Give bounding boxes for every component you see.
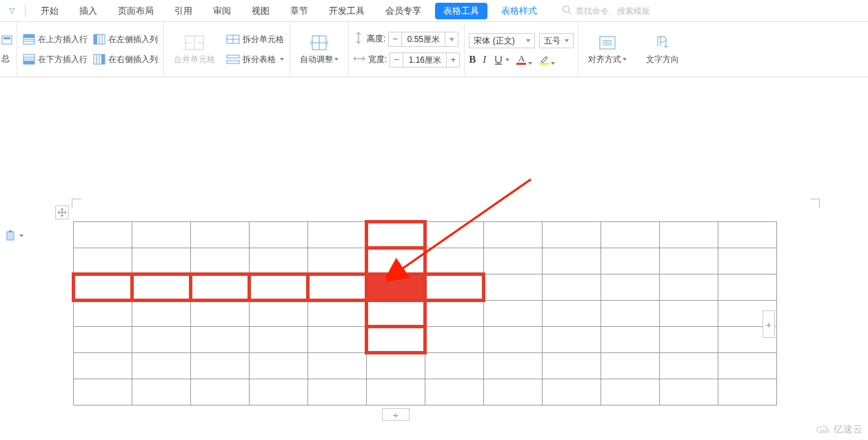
table-cell[interactable] <box>543 248 601 274</box>
table-cell[interactable] <box>425 353 484 379</box>
table-cell[interactable] <box>74 327 132 353</box>
table-cell[interactable] <box>250 353 308 379</box>
table-cell[interactable] <box>250 274 308 301</box>
table-cell[interactable] <box>308 327 367 353</box>
table-cell[interactable] <box>484 327 543 353</box>
table-cell[interactable] <box>132 327 191 353</box>
table-cell[interactable] <box>74 248 132 274</box>
table-cell[interactable] <box>132 353 191 379</box>
table-cell[interactable] <box>132 274 191 301</box>
insert-col-left[interactable]: 在左侧插入列 <box>92 32 159 47</box>
width-field[interactable]: − 1.16厘米 + <box>390 52 460 68</box>
table-cell[interactable] <box>308 379 367 406</box>
table-cell[interactable] <box>543 327 601 353</box>
split-table[interactable]: 拆分表格 <box>225 52 285 67</box>
height-minus[interactable]: − <box>389 32 401 46</box>
table-cell[interactable] <box>191 301 250 327</box>
table-cell[interactable] <box>601 327 660 353</box>
menu-reference[interactable]: 引用 <box>165 0 202 22</box>
highlight-color-button[interactable] <box>539 54 555 65</box>
table-cell[interactable] <box>191 274 250 301</box>
table-cell[interactable] <box>74 353 132 379</box>
file-menu-drop[interactable]: ▽ <box>4 6 19 15</box>
height-field[interactable]: − 0.55厘米 + <box>388 32 458 47</box>
table-cell[interactable] <box>74 274 132 301</box>
table-cell[interactable] <box>367 222 425 248</box>
menu-review[interactable]: 审阅 <box>203 0 241 22</box>
width-minus[interactable]: − <box>390 53 403 67</box>
table-cell[interactable] <box>601 379 660 406</box>
add-row-button[interactable]: + <box>382 408 410 421</box>
table-cell[interactable] <box>132 301 191 327</box>
table-cell[interactable] <box>367 248 425 274</box>
table-cell[interactable] <box>601 301 660 327</box>
table-cell[interactable] <box>718 274 777 301</box>
table-cell[interactable] <box>718 379 777 406</box>
table-cell[interactable] <box>191 379 250 406</box>
insert-row-above[interactable]: 在上方插入行 <box>21 32 89 47</box>
width-plus[interactable]: + <box>447 53 459 67</box>
menu-member[interactable]: 会员专享 <box>376 0 431 22</box>
table-move-handle[interactable] <box>55 206 69 219</box>
table-cell[interactable] <box>367 327 425 353</box>
table-cell[interactable] <box>601 274 660 301</box>
command-search-input[interactable] <box>576 6 679 16</box>
table-cell[interactable] <box>425 379 484 406</box>
table-cell[interactable] <box>543 274 601 301</box>
table-cell[interactable] <box>425 301 484 327</box>
table-cell[interactable] <box>308 274 367 301</box>
table-cell[interactable] <box>191 353 250 379</box>
table-cell[interactable] <box>660 248 718 274</box>
font-color-button[interactable]: A <box>516 54 532 65</box>
auto-fit[interactable]: 自动调整 <box>294 31 344 68</box>
table-cell[interactable] <box>74 222 132 248</box>
table-cell[interactable] <box>250 327 308 353</box>
table-cell[interactable] <box>308 301 367 327</box>
table-cell[interactable] <box>191 248 250 274</box>
insert-row-below[interactable]: 在下方插入行 <box>21 52 89 67</box>
table-cell[interactable] <box>367 353 425 379</box>
table-cell[interactable] <box>74 379 132 406</box>
merge-cells[interactable]: 合并单元格 <box>168 31 221 68</box>
table-cell[interactable] <box>484 379 543 406</box>
table-cell[interactable] <box>191 327 250 353</box>
menu-insert[interactable]: 插入 <box>70 0 107 22</box>
table-cell[interactable] <box>660 222 718 248</box>
table-cell[interactable] <box>308 222 367 248</box>
table-cell[interactable] <box>425 248 484 274</box>
partial-icon-top[interactable] <box>1 34 14 48</box>
split-cells[interactable]: 拆分单元格 <box>225 32 285 47</box>
table-cell[interactable] <box>484 222 543 248</box>
menu-devtools[interactable]: 开发工具 <box>319 0 374 22</box>
alignment[interactable]: 对齐方式 <box>583 31 632 68</box>
table-cell[interactable] <box>425 222 484 248</box>
table-cell[interactable] <box>601 353 660 379</box>
table-cell[interactable] <box>484 274 543 301</box>
table-cell[interactable] <box>132 222 191 248</box>
table-cell[interactable] <box>718 222 777 248</box>
table-cell[interactable] <box>660 301 718 327</box>
table-cell[interactable] <box>660 379 718 406</box>
font-name-select[interactable]: 宋体 (正文) <box>469 33 535 48</box>
document-area[interactable]: + + 亿速云 <box>0 77 868 440</box>
height-value[interactable]: 0.55厘米 <box>401 32 445 46</box>
menu-table-style[interactable]: 表格样式 <box>492 0 547 22</box>
menu-start[interactable]: 开始 <box>31 0 68 22</box>
table-cell[interactable] <box>367 301 425 327</box>
table[interactable] <box>72 220 777 406</box>
bold-button[interactable]: B <box>469 54 476 66</box>
table-cell[interactable] <box>601 248 660 274</box>
table-cell[interactable] <box>191 222 250 248</box>
paste-options-flyout[interactable] <box>6 230 23 241</box>
table-cell[interactable] <box>308 248 367 274</box>
table-cell[interactable] <box>660 274 718 301</box>
menu-table-tools[interactable]: 表格工具 <box>435 3 487 19</box>
table-cell[interactable] <box>718 353 777 379</box>
text-direction[interactable]: 文字方向 <box>640 31 685 68</box>
table-cell[interactable] <box>543 379 601 406</box>
table-cell[interactable] <box>367 274 425 301</box>
italic-button[interactable]: I <box>483 54 486 66</box>
table-cell[interactable] <box>367 379 425 406</box>
table-cell[interactable] <box>250 301 308 327</box>
table-cell[interactable] <box>660 327 718 353</box>
